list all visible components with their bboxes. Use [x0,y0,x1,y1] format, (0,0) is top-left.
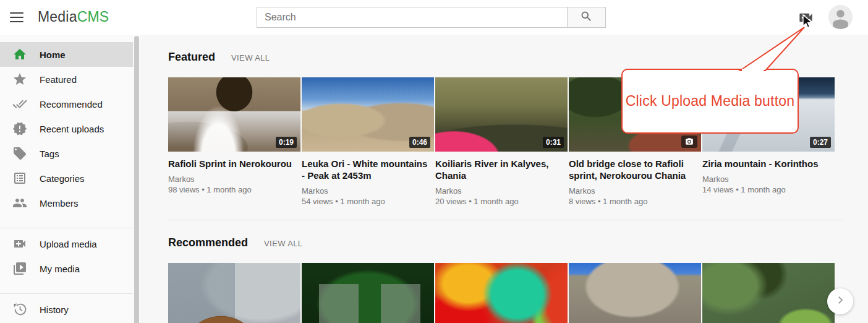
video-thumbnail[interactable] [435,263,568,323]
sidebar-item-label: Home [40,50,66,60]
star-icon [12,72,27,87]
media-title[interactable]: Leuka Ori - White mountains - Peak at 24… [302,158,430,181]
duration-badge: 0:46 [409,137,430,148]
sidebar-item-label: Categories [40,173,85,184]
featured-view-all-link[interactable]: VIEW ALL [231,53,270,62]
user-avatar[interactable] [828,5,853,29]
history-clock-icon [12,302,27,317]
sidebar: Home Featured Recommended Recent uploads… [0,35,133,323]
section-title: Featured [168,51,215,64]
upload-media-button[interactable] [798,9,814,26]
media-card[interactable] [435,263,568,323]
media-author[interactable]: Markos [569,186,701,196]
magnifier-icon [580,10,593,25]
sidebar-item-history[interactable]: History [0,297,133,322]
person-silhouette-icon [828,20,853,29]
duration-badge: 0:19 [276,137,297,148]
sidebar-item-my-media[interactable]: My media [0,256,133,281]
media-title[interactable]: Rafioli Sprint in Nerokourou [168,158,297,170]
sidebar-item-featured[interactable]: Featured [0,67,133,92]
chevron-right-icon [835,295,846,308]
media-meta: 8 views • 1 month ago [569,196,701,207]
media-card[interactable] [302,263,434,323]
camera-icon [681,136,697,148]
media-author[interactable]: Markos [168,174,300,184]
done-all-icon [12,97,27,111]
media-title[interactable]: Koiliaris River in Kalyves, Chania [435,158,564,181]
sidebar-item-tags[interactable]: Tags [0,141,133,166]
carousel-next-button[interactable] [827,288,853,314]
section-divider [168,220,843,220]
tag-icon [12,146,27,161]
sidebar-item-label: Recent uploads [40,124,104,134]
recommended-cards-row [168,263,868,323]
media-author[interactable]: Markos [702,174,835,184]
sidebar-item-label: Tags [40,149,59,159]
sidebar-item-label: Featured [40,74,77,85]
search-bar [257,7,606,28]
duration-badge: 0:27 [810,137,831,148]
sidebar-item-label: Members [40,198,79,209]
media-meta: 20 views • 1 month ago [435,196,568,207]
video-thumbnail[interactable]: 0:46 [302,77,434,152]
media-author[interactable]: Markos [302,186,434,196]
video-thumbnail[interactable] [702,263,835,323]
recommended-view-all-link[interactable]: VIEW ALL [264,239,302,248]
video-thumbnail[interactable]: 0:19 [168,77,300,152]
featured-section-header: Featured VIEW ALL [168,51,868,63]
media-card[interactable]: 0:19 Rafioli Sprint in Nerokourou Markos… [168,77,300,207]
sidebar-item-members[interactable]: Members [0,191,133,215]
media-title[interactable]: Ziria mountain - Korinthos [702,158,831,170]
sidebar-item-label: Upload media [40,239,97,249]
home-icon [12,47,27,62]
sidebar-scrollbar-thumb[interactable] [134,36,139,323]
sidebar-item-recommended[interactable]: Recommended [0,92,133,116]
recommended-section-header: Recommended VIEW ALL [168,236,868,249]
sidebar-divider [0,293,133,294]
video-thumbnail[interactable]: 0:31 [435,77,568,152]
media-card[interactable] [168,263,300,323]
media-meta: 54 views • 1 month ago [302,196,434,207]
media-card[interactable]: 0:46 Leuka Ori - White mountains - Peak … [302,77,434,207]
media-author[interactable]: Markos [435,186,568,196]
duration-badge: 0:31 [543,137,564,148]
annotation-callout: Click Upload Media button [621,69,799,134]
video-library-icon [12,261,27,276]
sidebar-item-upload-media[interactable]: Upload media [0,231,133,256]
list-alt-icon [12,171,27,186]
video-call-plus-icon [798,17,814,28]
logo-text-media: Media [38,9,77,25]
sidebar-item-recent-uploads[interactable]: Recent uploads [0,116,133,141]
media-meta: 98 views • 1 month ago [168,184,300,196]
sidebar-item-label: History [40,304,69,315]
media-card[interactable]: 0:31 Koiliaris River in Kalyves, Chania … [435,77,568,207]
video-call-plus-icon [12,236,27,251]
sidebar-divider [0,228,133,228]
section-title: Recommended [168,236,248,249]
sidebar-scrollbar[interactable] [133,35,140,323]
people-icon [12,196,27,210]
video-thumbnail[interactable] [302,263,434,323]
new-releases-icon [12,121,27,136]
media-title[interactable]: Old bridge close to Rafioli sprint, Nero… [569,158,697,181]
video-thumbnail[interactable] [168,263,300,323]
sidebar-item-label: Recommended [40,99,103,110]
search-button[interactable] [567,7,606,28]
media-card[interactable] [569,263,701,323]
top-bar: MediaCMS [0,0,868,35]
sidebar-item-categories[interactable]: Categories [0,166,133,191]
media-meta: 14 views • 1 month ago [702,184,835,196]
annotation-text: Click Upload Media button [626,93,794,110]
menu-icon[interactable] [10,11,23,24]
sidebar-item-home[interactable]: Home [0,42,133,67]
sidebar-item-label: My media [40,264,80,274]
media-card[interactable] [702,263,835,323]
logo-text-cms: CMS [77,9,109,25]
app-logo[interactable]: MediaCMS [38,9,109,25]
search-input[interactable] [257,7,567,28]
video-thumbnail[interactable] [569,263,701,323]
